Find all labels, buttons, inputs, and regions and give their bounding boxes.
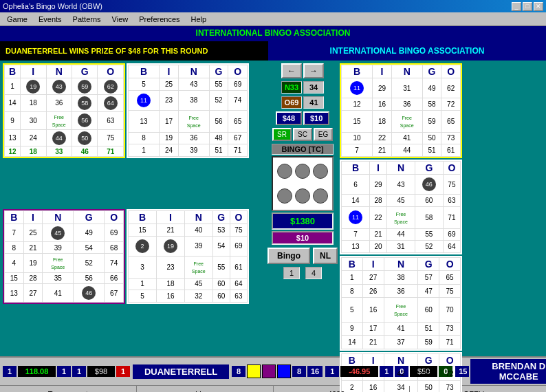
footer-bingo: bingo (137, 386, 274, 392)
prize-button-2[interactable]: $10 (303, 111, 329, 125)
prev-number-label: O69 (281, 96, 303, 109)
count-row: 1 4 (283, 267, 322, 279)
top-banner: INTERNATIONAL BINGO ASSOCIATION (0, 26, 546, 41)
col-i: I (362, 258, 384, 271)
menu-preferences[interactable]: Preferences (135, 14, 184, 24)
left-stat-1: 1 (3, 366, 17, 377)
col-g: G (422, 65, 441, 78)
left-money: $98 (87, 366, 115, 377)
menu-patterns[interactable]: Patterns (69, 14, 105, 24)
sr-button[interactable]: SR (272, 128, 292, 141)
table-row: 9 30 FreeSpace 56 63 (5, 111, 124, 129)
prize-button-1[interactable]: $48 (276, 111, 302, 125)
minimize-button[interactable]: _ (512, 2, 521, 11)
nav-left-button[interactable]: ← (281, 63, 302, 78)
table-row: 12 18 33 46 71 (5, 146, 124, 157)
table-row: 8 26 36 47 75 (342, 284, 461, 298)
yellow-color-box (247, 364, 261, 378)
center-val-1: 8 (232, 366, 245, 377)
table-row: 7 25 45 49 69 (5, 224, 124, 242)
col-o: O (105, 211, 124, 224)
col-n: N (184, 211, 212, 224)
right-player-name: BRENDAN D MCCABE (470, 359, 546, 384)
col-n: N (46, 65, 72, 78)
money-row: $48 $10 (276, 111, 330, 125)
table-row: 11 23 38 52 74 (129, 90, 248, 110)
table-row: 6 29 43 46 75 (342, 175, 461, 195)
title-bar: Ophelia's Bingo World (OBW) _ □ ✕ (0, 0, 546, 12)
prev-number-display: O69 41 (281, 96, 325, 109)
table-row: 7 25 42 53 72 (342, 367, 461, 381)
col-g: G (74, 211, 105, 224)
col-o: O (439, 354, 461, 367)
table-row: 12 16 36 58 72 (342, 98, 461, 111)
col-n: N (43, 211, 74, 224)
menu-game[interactable]: Game (3, 14, 32, 24)
right-stat-1: 1 (325, 366, 339, 377)
main-prize-display: $1380 (272, 213, 334, 230)
left-cards-area: B I N G O 1 19 43 59 62 14 (0, 61, 268, 356)
table-row: 15 18 FreeSpace 59 65 (342, 110, 461, 132)
eg-button[interactable]: EG (314, 128, 333, 141)
table-row: 5 16 FreeSpace 60 70 (342, 298, 461, 322)
col-b: B (129, 211, 157, 224)
menu-help[interactable]: Help (187, 14, 211, 24)
table-row: 5 25 43 55 69 (129, 78, 248, 91)
col-g: G (72, 65, 97, 78)
dauber-circle-2 (295, 164, 310, 179)
bingo-button[interactable]: Bingo (267, 248, 310, 264)
dauber-circle-5 (295, 188, 310, 204)
col-n: N (391, 65, 422, 78)
col-b: B (342, 65, 373, 78)
dauber-circle-4 (277, 188, 292, 204)
bingo-card-3: B I N G O 7 25 45 49 69 8 (3, 209, 125, 304)
table-row: 15 28 35 56 66 (5, 273, 124, 284)
table-row: 11 22 FreeSpace 58 71 (342, 206, 461, 228)
col-n: N (384, 354, 418, 367)
table-row: 4 19 FreeSpace 52 74 (5, 253, 124, 273)
table-row: 13 17 FreeSpace 56 65 (129, 110, 248, 132)
bingo-card-2: B I N G O 5 25 43 55 69 11 (127, 63, 249, 158)
col-o: O (230, 211, 247, 224)
count-box-2: 4 (305, 267, 322, 279)
table-row: 2 19 39 54 69 (129, 236, 248, 256)
col-i: I (160, 65, 179, 78)
table-row: 1 27 38 57 65 (342, 271, 461, 285)
sc-button[interactable]: SC (293, 128, 312, 141)
col-i: I (362, 354, 384, 367)
menu-view[interactable]: View (108, 14, 133, 24)
col-b: B (5, 65, 21, 78)
bingo-card-1: B I N G O 1 19 43 59 62 14 (3, 63, 125, 158)
purple-color-box (262, 364, 276, 378)
table-row: 14 21 37 59 71 (342, 336, 461, 349)
table-row: 15 21 40 53 75 (129, 224, 248, 237)
center-status: 8 8 16 (232, 364, 323, 378)
col-g: G (212, 211, 230, 224)
menu-events[interactable]: Events (34, 14, 66, 24)
window-controls[interactable]: _ □ ✕ (512, 2, 543, 11)
maximize-button[interactable]: □ (523, 2, 532, 11)
table-row: 7 21 44 51 61 (342, 144, 461, 157)
close-button[interactable]: ✕ (534, 2, 543, 11)
nav-right-button[interactable]: → (303, 63, 324, 78)
number-display: N33 34 (281, 81, 324, 94)
col-o: O (443, 162, 460, 175)
nl-button[interactable]: NL (313, 248, 338, 264)
left-stat-2: 1 (57, 366, 71, 377)
dauber-area (272, 156, 334, 211)
col-o: O (98, 65, 124, 78)
table-row: 8 21 39 54 68 (5, 242, 124, 253)
winner-announcement: DUANETERRELL WINS PRIZE OF $48 FOR THIS … (0, 41, 268, 61)
sub-prize-display: $10 (272, 231, 334, 245)
table-row: 13 24 44 50 75 (5, 129, 124, 146)
association-banner: INTERNATIONAL BINGO ASSOCIATION (268, 41, 546, 61)
window-title: Ophelia's Bingo World (OBW) (3, 2, 102, 10)
table-row: 14 18 36 58 64 (5, 95, 124, 111)
col-b: B (342, 258, 363, 271)
col-i: I (369, 162, 386, 175)
dauber-circle-1 (277, 164, 292, 179)
col-n: N (178, 65, 209, 78)
col-b: B (129, 65, 160, 78)
control-panel: ← → N33 34 O69 41 $48 $10 SR SC EG BINGO… (268, 61, 337, 356)
col-g: G (415, 162, 443, 175)
